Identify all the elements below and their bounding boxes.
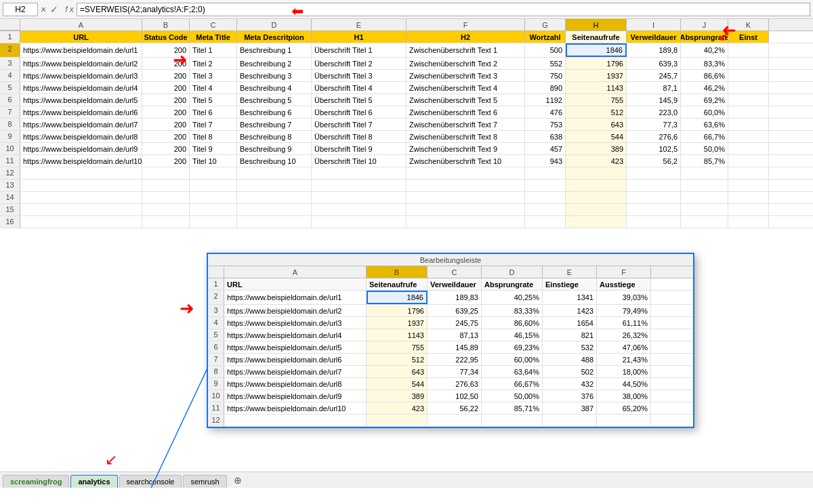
header-cell-verweildauer[interactable]: Verweildauer [627,31,681,43]
table-row: 4 https://www.beispieldomain.de/url3 200… [0,70,813,82]
header-cell-wortzahl[interactable]: Wortzahl [525,31,566,43]
col-header-I[interactable]: I [627,19,681,30]
cell-A2[interactable]: https://www.beispieldomain.de/url1 [20,43,142,57]
table-row: 1 URL Status Code Meta Title Meta Descri… [0,31,813,43]
col-header-A[interactable]: A [20,19,142,30]
popup-table-row: 10 https://www.beispieldomain.de/url9 38… [208,390,693,402]
tab-bar: screamingfrog analytics searchconsole se… [0,471,813,488]
cell-reference-input[interactable] [3,3,38,16]
table-row: 2 https://www.beispieldomain.de/url1 200… [0,43,813,58]
header-cell-status[interactable]: Status Code [142,31,190,43]
tab-add-button[interactable]: ⊕ [228,473,247,488]
cell-G2[interactable]: 500 [525,43,566,57]
popup-col-hdr-A[interactable]: A [224,266,367,278]
popup-corner [208,266,224,278]
table-row: 7 https://www.beispieldomain.de/url6 200… [0,106,813,119]
popup-table-row: 11 https://www.beispieldomain.de/url10 4… [208,402,693,415]
popup-table-row: 2 https://www.beispieldomain.de/url1 184… [208,291,693,305]
popup-col-hdr-C[interactable]: C [428,266,482,278]
cell-A3[interactable]: https://www.beispieldomain.de/url2 [20,58,142,69]
popup-window: Bearbeitungsleiste A B C D E F 1 URL Sei… [207,253,694,428]
cell-J2[interactable]: 40,2% [681,43,728,57]
col-header-K[interactable]: K [728,19,769,30]
formula-input[interactable] [77,3,810,16]
header-cell-seitenaufrufe[interactable]: Seitenaufrufe [566,31,627,43]
table-row: 16 [0,216,813,228]
cell-C2[interactable]: Titel 1 [190,43,237,57]
formula-bar: × ✓ f x ⬅ [0,0,813,19]
header-cell-meta-desc[interactable]: Meta Descritpion [237,31,312,43]
col-header-C[interactable]: C [190,19,237,30]
table-row: 6 https://www.beispieldomain.de/url5 200… [0,94,813,106]
cell-K2[interactable] [728,43,769,57]
popup-table-row: 5 https://www.beispieldomain.de/url4 114… [208,329,693,341]
popup-table-row: 1 URL Seitenaufrufe Verweildauer Absprun… [208,278,693,291]
table-row: 8 https://www.beispieldomain.de/url7 200… [0,119,813,131]
table-row: 3 https://www.beispieldomain.de/url2 200… [0,58,813,70]
popup-table-row: 7 https://www.beispieldomain.de/url6 512… [208,354,693,366]
popup-col-hdr-D[interactable]: D [482,266,543,278]
popup-table-row: 6 https://www.beispieldomain.de/url5 755… [208,341,693,354]
popup-table-row: 8 https://www.beispieldomain.de/url7 643… [208,366,693,378]
cell-H2[interactable]: 1846 [566,43,627,57]
tab-semrush[interactable]: semrush [183,475,226,488]
tab-searchconsole[interactable]: searchconsole [119,475,182,488]
cell-E2[interactable]: Überschrift Titel 1 [312,43,406,57]
header-cell-meta-title[interactable]: Meta Title [190,31,237,43]
cancel-formula-button[interactable]: × [41,4,46,15]
cell-D2[interactable]: Beschreibung 1 [237,43,312,57]
popup-table-row: 9 https://www.beispieldomain.de/url8 544… [208,378,693,390]
header-cell-absprungrate[interactable]: Absprungrate [681,31,728,43]
tab-analytics[interactable]: analytics [70,475,117,488]
corner-cell [0,19,20,30]
popup-col-hdr-E[interactable]: E [543,266,597,278]
popup-col-header-row: A B C D E F [208,266,693,278]
col-header-F[interactable]: F [406,19,525,30]
popup-title-bar: Bearbeitungsleiste [208,254,693,266]
cell-I2[interactable]: 189,8 [627,43,681,57]
popup-table-row: 4 https://www.beispieldomain.de/url3 193… [208,317,693,329]
table-row: 11 https://www.beispieldomain.de/url10 2… [0,155,813,167]
table-row: 14 [0,192,813,204]
row-num-1: 1 [0,31,20,43]
col-header-D[interactable]: D [237,19,312,30]
col-header-H[interactable]: H [566,19,627,30]
popup-col-hdr-B[interactable]: B [367,266,428,278]
popup-col-hdr-F[interactable]: F [597,266,651,278]
row-num-3: 3 [0,58,20,69]
header-cell-h1[interactable]: H1 [312,31,406,43]
spreadsheet-main: A B C D E F G H I J K 1 URL Status Code … [0,19,813,488]
popup-table-row: 3 https://www.beispieldomain.de/url2 179… [208,305,693,317]
cell-F2[interactable]: Zwischenüberschrift Text 1 [406,43,525,57]
confirm-formula-button[interactable]: ✓ [50,4,58,15]
header-cell-einstiege[interactable]: Einst [728,31,769,43]
table-row: 9 https://www.beispieldomain.de/url8 200… [0,131,813,143]
col-header-G[interactable]: G [525,19,566,30]
col-header-E[interactable]: E [312,19,406,30]
popup-table-row: 12 [208,415,693,427]
header-cell-h2[interactable]: H2 [406,31,525,43]
table-row: 13 [0,180,813,192]
header-cell-url[interactable]: URL [20,31,142,43]
row-num-2: 2 [0,43,20,57]
col-header-B[interactable]: B [142,19,190,30]
cell-B2[interactable]: 200 [142,43,190,57]
table-row: 10 https://www.beispieldomain.de/url9 20… [0,143,813,155]
table-row: 12 [0,167,813,180]
col-header-J[interactable]: J [681,19,728,30]
tab-screamingfrog[interactable]: screamingfrog [3,475,69,488]
column-header-row: A B C D E F G H I J K [0,19,813,31]
table-row: 15 [0,204,813,216]
fx-label: f x [65,5,74,14]
table-row: 5 https://www.beispieldomain.de/url4 200… [0,82,813,94]
